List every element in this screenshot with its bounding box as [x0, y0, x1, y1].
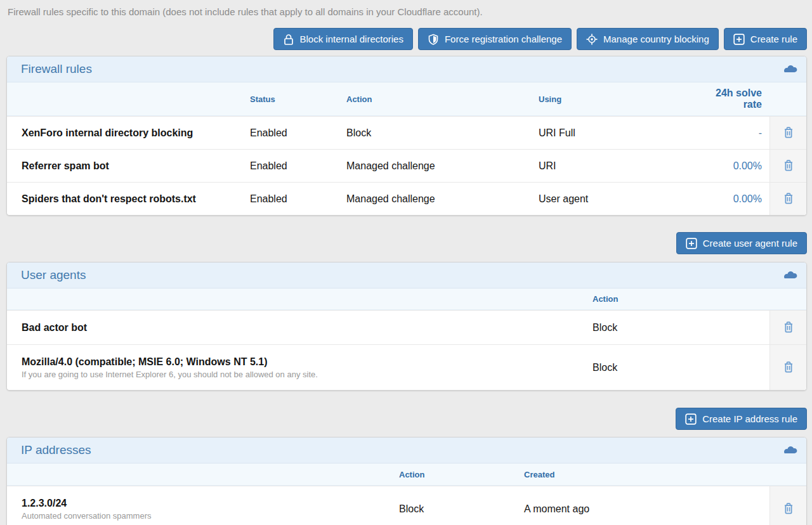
firewall-rules-header: Firewall rules [7, 56, 806, 82]
button-label: Force registration challenge [445, 34, 562, 44]
shield-icon [428, 34, 439, 45]
plus-square-icon [733, 34, 745, 45]
rule-using: URI Full [539, 122, 704, 144]
cloudflare-cloud-icon [783, 65, 797, 74]
section-title: IP addresses [21, 443, 91, 457]
button-label: Block internal directories [300, 34, 403, 44]
user-agents-header: User agents [7, 262, 806, 288]
button-label: Create user agent rule [703, 238, 797, 249]
rule-status: Enabled [250, 155, 346, 177]
button-label: Create rule [750, 34, 797, 44]
rule-action: Managed challenge [346, 155, 539, 177]
user-agent-description: If you are going to use Internet Explore… [22, 370, 586, 379]
rule-name: Referrer spam bot [7, 155, 250, 177]
delete-user-agent-button[interactable] [780, 318, 797, 337]
column-header-solve-rate: 24h solve rate [704, 82, 769, 115]
section-title: User agents [21, 268, 86, 282]
force-registration-challenge-button[interactable]: Force registration challenge [418, 28, 572, 50]
delete-rule-button[interactable] [780, 123, 797, 143]
trash-icon [782, 126, 795, 140]
cloudflare-cloud-icon [783, 271, 797, 280]
rule-solve-rate: - [704, 122, 769, 144]
user-agents-column-headers: Action [7, 288, 806, 310]
ip-address-description: Automated conversation spammers [22, 511, 393, 521]
plus-square-icon [685, 413, 697, 425]
rule-action: Block [346, 122, 539, 144]
button-label: Manage country blocking [603, 34, 709, 44]
table-row: Referrer spam bot Enabled Managed challe… [7, 149, 806, 182]
rule-using: User agent [539, 188, 704, 210]
trash-icon [782, 191, 795, 206]
user-agents-section: User agents Action Bad actor bot Block M… [6, 262, 807, 391]
trash-icon [782, 159, 795, 173]
solve-rate-link[interactable]: 0.00% [733, 160, 762, 171]
user-agent-action: Block [593, 317, 769, 339]
rule-name: Spiders that don't respect robots.txt [7, 188, 250, 210]
ip-addresses-section: IP addresses Action Created 1.2.3.0/24 A… [6, 437, 807, 525]
delete-rule-button[interactable] [780, 156, 797, 176]
firewall-rules-section: Firewall rules Status Action Using 24h s… [6, 56, 807, 216]
create-user-agent-rule-button[interactable]: Create user agent rule [676, 232, 807, 254]
column-header-action: Action [593, 289, 769, 309]
ip-action: Block [399, 498, 524, 520]
trash-icon [782, 360, 795, 375]
rule-status: Enabled [250, 122, 346, 144]
column-header-created: Created [524, 465, 769, 484]
ip-address: 1.2.3.0/24 [22, 498, 393, 509]
column-header-action: Action [399, 465, 524, 484]
delete-user-agent-button[interactable] [780, 358, 797, 377]
button-label: Create IP address rule [702, 413, 797, 424]
rule-using: URI [539, 155, 704, 177]
solve-rate-link[interactable]: 0.00% [733, 193, 762, 204]
create-user-agent-row: Create user agent rule [5, 232, 807, 254]
user-agent-name: Mozilla/4.0 (compatible; MSIE 6.0; Windo… [22, 356, 586, 368]
create-ip-address-row: Create IP address rule [5, 408, 807, 430]
firewall-rules-column-headers: Status Action Using 24h solve rate [7, 82, 806, 116]
delete-rule-button[interactable] [780, 189, 797, 209]
column-header-using: Using [539, 89, 704, 109]
rule-status: Enabled [250, 188, 346, 210]
delete-ip-button[interactable] [780, 499, 797, 519]
create-rule-button[interactable]: Create rule [724, 28, 807, 50]
rule-action: Managed challenge [346, 188, 539, 210]
column-header-status: Status [250, 89, 346, 109]
toolbar: Block internal directories Force registr… [5, 28, 807, 50]
plus-square-icon [686, 238, 697, 249]
user-agent-name: Bad actor bot [7, 317, 593, 339]
trash-icon [782, 502, 795, 516]
user-agent-action: Block [593, 357, 769, 379]
trash-icon [782, 320, 795, 335]
table-row: XenForo internal directory blocking Enab… [7, 116, 806, 149]
page-description: Firewall rules specific to this domain (… [0, 0, 812, 17]
column-header-action: Action [346, 89, 539, 109]
ip-created: A moment ago [524, 498, 769, 520]
ip-addresses-column-headers: Action Created [7, 463, 806, 486]
section-title: Firewall rules [21, 62, 92, 76]
cloudflare-cloud-icon [783, 446, 797, 455]
rule-name: XenForo internal directory blocking [7, 122, 250, 144]
create-ip-address-rule-button[interactable]: Create IP address rule [676, 408, 807, 430]
ip-addresses-header: IP addresses [7, 438, 806, 463]
crosshair-icon [586, 34, 598, 45]
table-row: Spiders that don't respect robots.txt En… [7, 182, 806, 215]
table-row: 1.2.3.0/24 Automated conversation spamme… [7, 486, 806, 525]
table-row: Mozilla/4.0 (compatible; MSIE 6.0; Windo… [7, 344, 806, 390]
lock-icon [283, 34, 294, 45]
manage-country-blocking-button[interactable]: Manage country blocking [577, 28, 719, 50]
block-internal-directories-button[interactable]: Block internal directories [273, 28, 413, 50]
table-row: Bad actor bot Block [7, 310, 806, 344]
